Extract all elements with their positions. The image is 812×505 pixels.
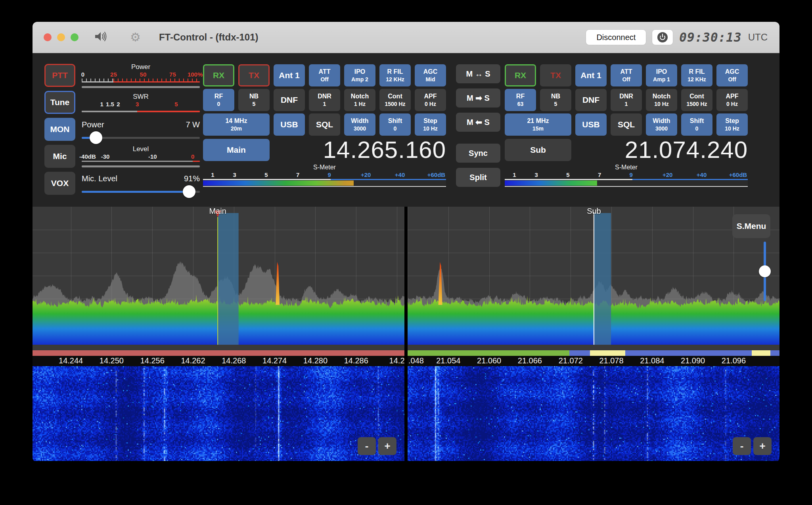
minimize-button[interactable]: [57, 33, 65, 41]
main-to-sub-button[interactable]: M ➡ S: [456, 88, 500, 108]
tune-button[interactable]: Tune: [44, 91, 75, 114]
sub-antenna-button[interactable]: Ant 1: [575, 64, 607, 86]
sub-frequency-display[interactable]: 21.074.240: [571, 138, 748, 162]
speaker-icon[interactable]: [94, 31, 107, 44]
split-button[interactable]: Split: [456, 168, 500, 187]
ptt-button[interactable]: PTT: [44, 64, 75, 87]
main-mode-button[interactable]: USB: [274, 113, 305, 136]
main-swap-sub-button[interactable]: M ↔ S: [456, 64, 500, 83]
frequency-tick-label: .048: [408, 356, 424, 365]
main-shift-button[interactable]: Shift0: [379, 113, 411, 136]
mic-level-slider[interactable]: [82, 191, 200, 193]
sub-step-button[interactable]: Step10 Hz: [716, 113, 748, 136]
titlebar: ⚙ FT-Control - (ftdx-101) Disconnect 09:…: [33, 22, 779, 53]
sub-rx-button[interactable]: RX: [505, 64, 536, 86]
mic-level-slider-thumb[interactable]: [183, 185, 195, 198]
sub-noise-blanker-button[interactable]: NB5: [540, 89, 571, 111]
s-meter-tick: 7: [598, 171, 601, 178]
sub-agc-button[interactable]: AGCOff: [716, 64, 748, 86]
level-meter-bar: [82, 165, 200, 167]
power-slider-thumb[interactable]: [90, 131, 102, 144]
main-step-button[interactable]: Step10 Hz: [415, 113, 446, 136]
main-spectrum-panel: Main: [33, 207, 404, 356]
power-slider[interactable]: [82, 137, 200, 139]
main-spectrum-label: Main: [209, 207, 226, 216]
main-contour-button[interactable]: Cont1500 Hz: [379, 89, 411, 111]
meter-scale-label: 3: [136, 101, 139, 108]
main-band-button[interactable]: 14 MHz20m: [203, 113, 270, 136]
sub-apf-button[interactable]: APF0 Hz: [716, 89, 748, 111]
button-label: 14 MHz: [225, 117, 247, 125]
disconnect-button[interactable]: Disconnect: [586, 30, 646, 45]
main-agc-button[interactable]: AGCMid: [415, 64, 446, 86]
control-panel: PTT Power 0255075100% Tune SWR 11.5235: [33, 53, 779, 207]
main-waterfall-zoom-in-button[interactable]: +: [378, 437, 396, 455]
main-roofing-filter-button[interactable]: R FIL12 KHz: [379, 64, 411, 86]
main-antenna-button[interactable]: Ant 1: [274, 64, 305, 86]
sub-vfo-button[interactable]: Sub: [505, 139, 571, 161]
sub-width-button[interactable]: Width3000: [646, 113, 677, 136]
main-dnf-button[interactable]: DNF: [274, 89, 305, 111]
main-squelch-button[interactable]: SQL: [309, 113, 340, 136]
sub-dnr-button[interactable]: DNR1: [611, 89, 642, 111]
sub-waterfall-zoom-in-button[interactable]: +: [753, 437, 772, 455]
vox-button[interactable]: VOX: [44, 172, 75, 195]
button-label: DNF: [582, 95, 599, 105]
sub-shift-button[interactable]: Shift0: [681, 113, 712, 136]
button-value: Off: [728, 76, 736, 83]
sub-tx-button[interactable]: TX: [540, 64, 571, 86]
button-label: AGC: [725, 68, 739, 75]
close-button[interactable]: [44, 33, 52, 41]
sub-squelch-button[interactable]: SQL: [611, 113, 642, 136]
power-button[interactable]: [652, 30, 673, 45]
main-dnr-button[interactable]: DNR1: [309, 89, 340, 111]
sub-att-button[interactable]: ATTOff: [611, 64, 642, 86]
scope-level-slider-thumb[interactable]: [759, 265, 771, 277]
main-att-button[interactable]: ATTOff: [309, 64, 340, 86]
sync-button[interactable]: Sync: [456, 144, 500, 163]
sub-mode-button[interactable]: USB: [575, 113, 607, 136]
button-label: R FIL: [689, 68, 705, 75]
main-spectrum-display[interactable]: [33, 207, 404, 345]
main-rx-button[interactable]: RX: [203, 64, 234, 86]
main-noise-blanker-button[interactable]: NB5: [238, 89, 270, 111]
button-value: 10 Hz: [654, 101, 669, 107]
settings-gear-icon[interactable]: ⚙: [130, 31, 141, 43]
zoom-button[interactable]: [71, 33, 79, 41]
sub-spectrum-display[interactable]: [408, 207, 779, 345]
sub-contour-button[interactable]: Cont1500 Hz: [681, 89, 712, 111]
s-menu-button[interactable]: S.Menu: [732, 214, 770, 238]
sub-rf-gain-button[interactable]: RF63: [505, 89, 536, 111]
sub-waterfall-zoom-out-button[interactable]: -: [733, 437, 751, 455]
sub-dnf-button[interactable]: DNF: [575, 89, 607, 111]
sub-to-main-button[interactable]: M ⬅ S: [456, 113, 500, 132]
main-rf-gain-button[interactable]: RF0: [203, 89, 234, 111]
button-label: USB: [582, 120, 599, 129]
button-value: 20m: [231, 125, 242, 132]
frequency-tick-label: 21.054: [436, 356, 460, 365]
main-apf-button[interactable]: APF0 Hz: [415, 89, 446, 111]
power-meter-title: Power: [82, 63, 200, 71]
main-tx-button[interactable]: TX: [238, 64, 270, 86]
mic-button[interactable]: Mic: [44, 145, 75, 168]
main-waterfall-display[interactable]: [33, 366, 404, 461]
sub-waterfall-display[interactable]: [408, 366, 779, 461]
main-waterfall-zoom-out-button[interactable]: -: [358, 437, 376, 455]
s-meter-fill: [203, 180, 354, 186]
button-label: ATT: [319, 68, 331, 75]
mon-button[interactable]: MON: [44, 118, 75, 141]
button-label: Cont: [689, 93, 704, 100]
sub-notch-button[interactable]: Notch10 Hz: [646, 89, 677, 111]
sub-ipo-button[interactable]: IPOAmp 1: [646, 64, 677, 86]
meter-scale-label: 100%: [188, 71, 203, 78]
main-width-button[interactable]: Width3000: [344, 113, 375, 136]
main-vfo-button[interactable]: Main: [203, 139, 270, 161]
sub-band-button[interactable]: 21 MHz15m: [505, 113, 571, 136]
s-meter-tick: +40: [395, 171, 405, 178]
s-meter-title: S-Meter: [505, 164, 748, 171]
button-label: SQL: [316, 120, 333, 129]
main-notch-button[interactable]: Notch1 Hz: [344, 89, 375, 111]
sub-roofing-filter-button[interactable]: R FIL12 KHz: [681, 64, 712, 86]
main-frequency-display[interactable]: 14.265.160: [270, 138, 446, 162]
main-ipo-button[interactable]: IPOAmp 2: [344, 64, 375, 86]
